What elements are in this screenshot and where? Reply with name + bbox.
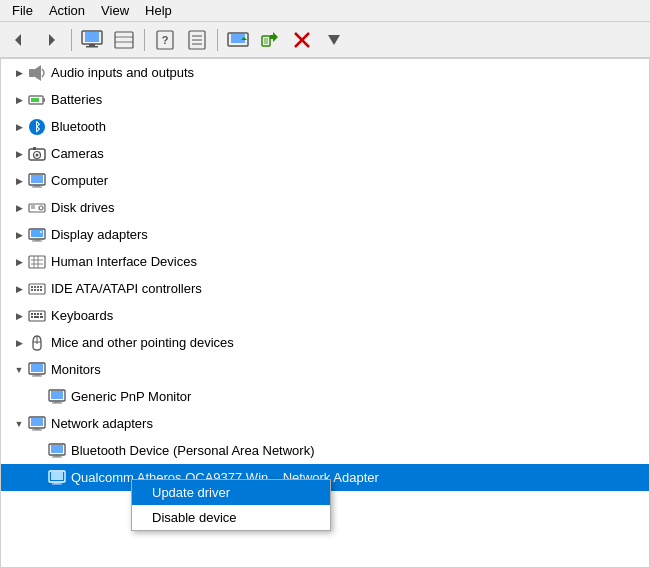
chevron-hid[interactable]: ▶ bbox=[11, 254, 27, 270]
label-computer: Computer bbox=[51, 173, 108, 188]
tree-item-bluetooth[interactable]: ▶ ᛒ Bluetooth bbox=[1, 113, 649, 140]
chevron-mice[interactable]: ▶ bbox=[11, 335, 27, 351]
svg-rect-59 bbox=[34, 289, 36, 291]
tree-item-monitors[interactable]: ▼ Monitors bbox=[1, 356, 649, 383]
svg-rect-45 bbox=[34, 239, 40, 241]
label-networkadapters: Network adapters bbox=[51, 416, 153, 431]
ctx-update-driver[interactable]: Update driver bbox=[132, 480, 330, 505]
tree-item-keyboards[interactable]: ▶ Keyboards bbox=[1, 302, 649, 329]
svg-rect-75 bbox=[32, 375, 42, 376]
svg-rect-89 bbox=[51, 472, 63, 480]
svg-rect-34 bbox=[33, 147, 36, 150]
svg-rect-58 bbox=[31, 289, 33, 291]
svg-rect-77 bbox=[51, 391, 63, 399]
svg-rect-19 bbox=[264, 38, 268, 44]
back-button[interactable] bbox=[4, 26, 34, 54]
menu-file[interactable]: File bbox=[4, 1, 41, 20]
tree-item-bluetoothdevice[interactable]: Bluetooth Device (Personal Area Network) bbox=[1, 437, 649, 464]
chevron-keyboards[interactable]: ▶ bbox=[11, 308, 27, 324]
chevron-monitors[interactable]: ▼ bbox=[11, 362, 27, 378]
svg-marker-25 bbox=[35, 65, 41, 81]
label-batteries: Batteries bbox=[51, 92, 102, 107]
label-bluetoothdevice: Bluetooth Device (Personal Area Network) bbox=[71, 443, 315, 458]
svg-rect-74 bbox=[34, 374, 40, 376]
svg-rect-83 bbox=[32, 429, 42, 430]
chevron-diskdrives[interactable]: ▶ bbox=[11, 200, 27, 216]
svg-rect-28 bbox=[31, 98, 39, 102]
svg-rect-56 bbox=[37, 286, 39, 288]
chevron-audio[interactable]: ▶ bbox=[11, 65, 27, 81]
tree-item-networkadapters[interactable]: ▼ Network adapters bbox=[1, 410, 649, 437]
svg-text:?: ? bbox=[162, 34, 169, 46]
icon-qualcomm bbox=[47, 468, 67, 488]
icon-networkadapters bbox=[27, 414, 47, 434]
label-cameras: Cameras bbox=[51, 146, 104, 161]
tree-item-displayadapters[interactable]: ▶ Display adapters bbox=[1, 221, 649, 248]
svg-rect-78 bbox=[54, 401, 60, 403]
chevron-batteries[interactable]: ▶ bbox=[11, 92, 27, 108]
label-bluetooth: Bluetooth bbox=[51, 119, 106, 134]
device-manager-tree: ▶ Audio inputs and outputs ▶ Batteries ▶ bbox=[0, 58, 650, 568]
svg-rect-86 bbox=[54, 455, 60, 457]
svg-rect-65 bbox=[37, 313, 39, 315]
tree-item-diskdrives[interactable]: ▶ Disk drives bbox=[1, 194, 649, 221]
svg-rect-61 bbox=[40, 289, 42, 291]
svg-rect-81 bbox=[31, 418, 43, 426]
svg-rect-54 bbox=[31, 286, 33, 288]
list-view-button[interactable] bbox=[109, 26, 139, 54]
icon-genericmonitor bbox=[47, 387, 67, 407]
svg-rect-63 bbox=[31, 313, 33, 315]
separator-2 bbox=[144, 29, 145, 51]
label-ide: IDE ATA/ATAPI controllers bbox=[51, 281, 202, 296]
chevron-networkadapters[interactable]: ▼ bbox=[11, 416, 27, 432]
chevron-displayadapters[interactable]: ▶ bbox=[11, 227, 27, 243]
menu-view[interactable]: View bbox=[93, 1, 137, 20]
label-keyboards: Keyboards bbox=[51, 308, 113, 323]
icon-diskdrives bbox=[27, 198, 47, 218]
icon-hid bbox=[27, 252, 47, 272]
tree-item-genericmonitor[interactable]: Generic PnP Monitor bbox=[1, 383, 649, 410]
icon-ide bbox=[27, 279, 47, 299]
separator-1 bbox=[71, 29, 72, 51]
chevron-bluetooth[interactable]: ▶ bbox=[11, 119, 27, 135]
ctx-disable-device[interactable]: Disable device bbox=[132, 505, 330, 530]
tree-item-computer[interactable]: ▶ Computer bbox=[1, 167, 649, 194]
tree-item-batteries[interactable]: ▶ Batteries bbox=[1, 86, 649, 113]
svg-marker-1 bbox=[49, 34, 55, 46]
forward-button[interactable] bbox=[36, 26, 66, 54]
svg-rect-90 bbox=[54, 482, 60, 484]
icon-batteries bbox=[27, 90, 47, 110]
svg-rect-73 bbox=[31, 364, 43, 372]
svg-rect-68 bbox=[34, 316, 39, 318]
tree-item-cameras[interactable]: ▶ Cameras bbox=[1, 140, 649, 167]
update-driver-button[interactable] bbox=[223, 26, 253, 54]
svg-rect-37 bbox=[34, 185, 40, 187]
label-diskdrives: Disk drives bbox=[51, 200, 115, 215]
svg-marker-0 bbox=[15, 34, 21, 46]
menu-bar: File Action View Help bbox=[0, 0, 650, 22]
delete-button[interactable] bbox=[287, 26, 317, 54]
svg-rect-82 bbox=[34, 428, 40, 430]
chevron-ide[interactable]: ▶ bbox=[11, 281, 27, 297]
icon-mice bbox=[27, 333, 47, 353]
down-button[interactable] bbox=[319, 26, 349, 54]
computer-view-button[interactable] bbox=[77, 26, 107, 54]
tree-item-mice[interactable]: ▶ Mice and other pointing devices bbox=[1, 329, 649, 356]
tree-item-audio[interactable]: ▶ Audio inputs and outputs bbox=[1, 59, 649, 86]
svg-rect-27 bbox=[43, 98, 45, 102]
menu-help[interactable]: Help bbox=[137, 1, 180, 20]
scan-button[interactable] bbox=[255, 26, 285, 54]
icon-keyboards bbox=[27, 306, 47, 326]
icon-cameras bbox=[27, 144, 47, 164]
chevron-computer[interactable]: ▶ bbox=[11, 173, 27, 189]
svg-rect-4 bbox=[89, 44, 95, 46]
svg-rect-60 bbox=[37, 289, 39, 291]
menu-action[interactable]: Action bbox=[41, 1, 93, 20]
label-genericmonitor: Generic PnP Monitor bbox=[71, 389, 191, 404]
tree-item-ide[interactable]: ▶ IDE ATA/ATAPI controllers bbox=[1, 275, 649, 302]
tree-item-hid[interactable]: ▶ Human Interface Devices bbox=[1, 248, 649, 275]
detail-button[interactable] bbox=[182, 26, 212, 54]
chevron-cameras[interactable]: ▶ bbox=[11, 146, 27, 162]
svg-rect-48 bbox=[29, 256, 45, 268]
properties-button[interactable]: ? bbox=[150, 26, 180, 54]
